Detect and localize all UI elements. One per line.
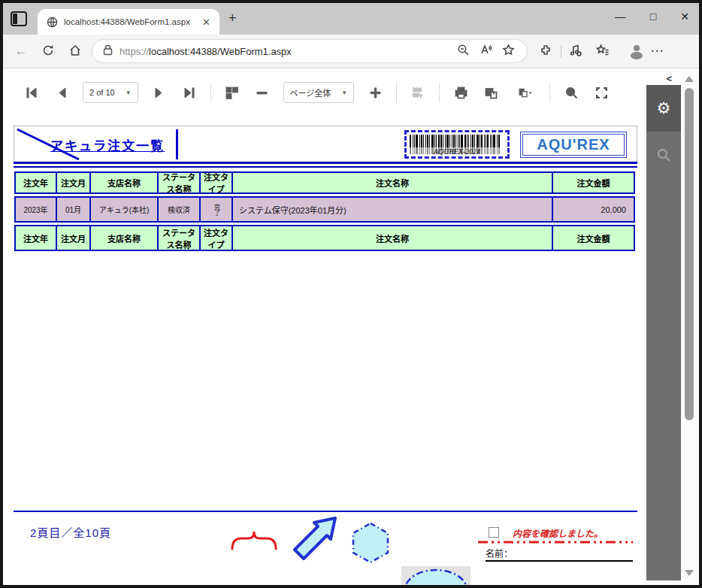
zoom-out-icon[interactable]: [452, 44, 474, 59]
url-text: https://localhost:44388/WebForm1.aspx: [120, 46, 452, 57]
lock-icon: [103, 44, 113, 59]
cell-order-type: 完了: [199, 198, 231, 221]
scrollbar-thumb[interactable]: [685, 88, 694, 420]
tab-actions-icon[interactable]: [11, 11, 27, 26]
first-page-icon[interactable]: [22, 83, 41, 102]
page-indicator-select[interactable]: 2 of 10 ▼: [83, 82, 138, 103]
header-double-rule: [14, 162, 637, 168]
cell-order-month: 01月: [56, 198, 89, 221]
page-number-label: 2頁目／全10頁: [30, 524, 111, 540]
browser-tab[interactable]: localhost:44388/WebForm1.aspx ✕: [38, 9, 219, 35]
stamp-ellipse: 印: [401, 566, 471, 588]
column-header: 注文年: [16, 173, 56, 192]
previous-page-icon[interactable]: [52, 83, 71, 102]
home-icon[interactable]: [68, 44, 83, 59]
column-header: 支店名称: [89, 226, 157, 250]
column-header: 注文タイプ: [199, 173, 231, 192]
maximize-button[interactable]: □: [642, 11, 664, 23]
zoom-mode-select[interactable]: ページ全体 ▼: [283, 82, 355, 103]
back-icon[interactable]: ←: [14, 44, 29, 59]
tab-strip: localhost:44388/WebForm1.aspx ✕ + — □ ✕: [3, 3, 699, 35]
page-indicator: 2 of 10: [89, 88, 115, 97]
last-page-icon[interactable]: [180, 83, 199, 102]
globe-icon: [47, 17, 58, 28]
toolbar-separator: [549, 83, 550, 102]
search-icon[interactable]: [561, 83, 581, 102]
header-divider: [176, 129, 178, 159]
zoom-in-button[interactable]: [365, 83, 385, 102]
browser-essentials-icon[interactable]: [568, 44, 583, 59]
report-viewer: 2 of 10 ▼ ページ全体 ▼: [3, 68, 699, 585]
barcode-label: AQUREX-2024: [407, 147, 507, 156]
fullscreen-icon[interactable]: [592, 83, 611, 102]
extensions-icon[interactable]: [538, 44, 553, 59]
column-header: 注文タイプ: [199, 226, 231, 250]
sidebar-collapse-icon[interactable]: <: [666, 73, 672, 84]
column-header: 注文名称: [231, 226, 552, 250]
scroll-up-icon[interactable]: [685, 76, 694, 82]
viewer-toolbar: 2 of 10 ▼ ページ全体 ▼: [17, 74, 616, 111]
close-button[interactable]: ✕: [673, 11, 696, 23]
toolbar-divider: [561, 45, 561, 58]
chevron-down-icon: ▼: [341, 89, 347, 96]
search-icon: [656, 147, 671, 162]
new-tab-button[interactable]: +: [228, 11, 237, 25]
column-header: 注文名称: [231, 173, 552, 192]
cell-order-name: システム保守(2023年01月分): [231, 198, 552, 221]
export-icon[interactable]: [511, 83, 538, 102]
column-header: 支店名称: [89, 173, 157, 192]
scroll-down-icon[interactable]: [685, 570, 694, 576]
copilot-icon[interactable]: [676, 42, 691, 57]
settings-more-icon[interactable]: ⋯: [649, 44, 664, 59]
toolbar-separator: [439, 83, 440, 102]
favorites-bar-icon[interactable]: [595, 44, 610, 59]
cell-branch-name: アキュラ(本社): [89, 198, 157, 221]
signature-line: [486, 560, 633, 562]
column-header: 注文年: [16, 226, 56, 250]
profile-avatar[interactable]: [621, 42, 636, 57]
sidebar-settings-button[interactable]: ⚙: [646, 85, 681, 132]
vertical-scrollbar[interactable]: [681, 68, 699, 585]
sidebar-search-button[interactable]: [646, 132, 681, 178]
read-aloud-icon[interactable]: [474, 44, 497, 59]
cell-order-amount: 20,000: [552, 198, 634, 221]
order-table: 注文年 注文月 支店名称 ステータス名称 注文タイプ 注文名称 注文金額 202…: [14, 171, 637, 251]
print-icon[interactable]: [451, 83, 471, 102]
chevron-down-icon: ▼: [126, 89, 132, 96]
cell-order-year: 2023年: [16, 198, 56, 221]
favorite-star-icon[interactable]: [497, 44, 519, 59]
navigation-bar: ← https://localhost:44388/WebForm1.aspx: [3, 35, 699, 68]
toolbar-separator: [396, 83, 397, 102]
address-bar[interactable]: https://localhost:44388/WebForm1.aspx: [92, 39, 528, 63]
tab-close-icon[interactable]: ✕: [199, 17, 213, 28]
report-title: アキュラ注文一覧: [50, 135, 165, 154]
browser-window: localhost:44388/WebForm1.aspx ✕ + — □ ✕ …: [0, 0, 702, 588]
column-header: ステータス名称: [157, 226, 199, 250]
viewer-sidebar: ⚙: [646, 85, 681, 580]
minimize-button[interactable]: —: [609, 11, 631, 23]
toolbar-separator: [210, 83, 211, 102]
zoom-out-button[interactable]: [253, 83, 272, 102]
company-logo: AQU'REX: [520, 132, 627, 158]
column-header: 注文月: [56, 173, 89, 192]
multipage-view-icon[interactable]: [222, 83, 242, 102]
table-header-row: 注文年 注文月 支店名称 ステータス名称 注文タイプ 注文名称 注文金額: [14, 171, 635, 194]
barcode: AQUREX-2024: [404, 130, 510, 159]
table-row: 2023年 01月 アキュラ(本社) 検収済 完了 システム保守(2023年01…: [14, 196, 635, 223]
confirm-text: 内容を確認しました。: [513, 526, 603, 539]
zoom-mode: ページ全体: [290, 86, 331, 99]
stamp-label: 印: [401, 583, 471, 588]
arrow-shape: [289, 515, 340, 566]
report-footer: 2頁目／全10頁 印 印: [14, 511, 637, 575]
confirm-checkbox[interactable]: [489, 527, 499, 538]
column-header: ステータス名称: [157, 173, 199, 192]
column-header: 注文金額: [552, 173, 634, 192]
tab-title: localhost:44388/WebForm1.aspx: [64, 17, 199, 26]
next-page-icon[interactable]: [150, 83, 169, 102]
select-tool-icon: [408, 83, 428, 102]
table-header-row-repeat: 注文年 注文月 支店名称 ステータス名称 注文タイプ 注文名称 注文金額: [14, 225, 635, 251]
gear-icon: ⚙: [657, 99, 671, 117]
refresh-icon[interactable]: [41, 44, 56, 59]
print-page-setup-icon[interactable]: [481, 83, 501, 102]
red-dashdot-rule: [478, 541, 633, 544]
